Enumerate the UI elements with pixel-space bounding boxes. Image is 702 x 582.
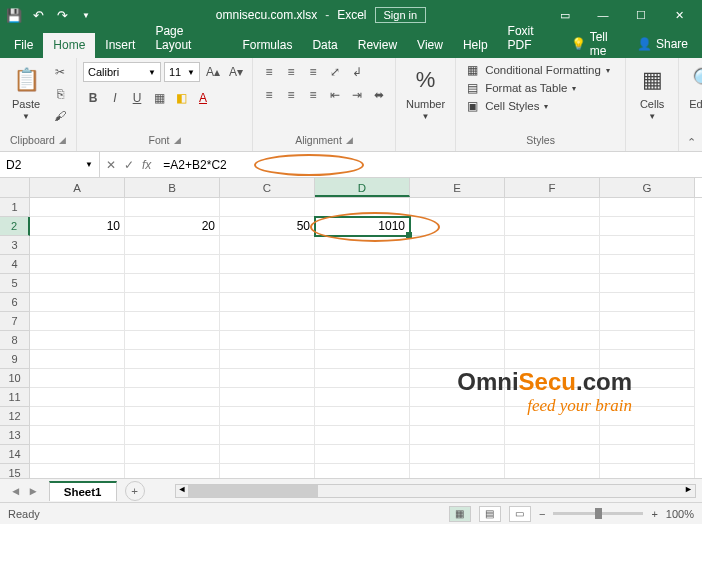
cell-C6[interactable] — [220, 293, 315, 312]
page-layout-view-icon[interactable]: ▤ — [479, 506, 501, 522]
cell-D5[interactable] — [315, 274, 410, 293]
cell-B3[interactable] — [125, 236, 220, 255]
font-dialog-icon[interactable]: ◢ — [174, 135, 181, 145]
cell-C2[interactable]: 50 — [220, 217, 315, 236]
cell-E6[interactable] — [410, 293, 505, 312]
sheet-prev-icon[interactable]: ◄ — [10, 485, 21, 497]
row-header-13[interactable]: 13 — [0, 426, 30, 445]
cell-B15[interactable] — [125, 464, 220, 478]
align-top-icon[interactable]: ≡ — [259, 62, 279, 82]
cell-D1[interactable] — [315, 198, 410, 217]
cell-D15[interactable] — [315, 464, 410, 478]
font-color-icon[interactable]: A — [193, 88, 213, 108]
tab-data[interactable]: Data — [302, 33, 347, 58]
sign-in-button[interactable]: Sign in — [375, 7, 427, 23]
underline-icon[interactable]: U — [127, 88, 147, 108]
cell-E9[interactable] — [410, 350, 505, 369]
cell-G9[interactable] — [600, 350, 695, 369]
italic-icon[interactable]: I — [105, 88, 125, 108]
merge-icon[interactable]: ⬌ — [369, 85, 389, 105]
cell-A10[interactable] — [30, 369, 125, 388]
row-header-6[interactable]: 6 — [0, 293, 30, 312]
cell-D12[interactable] — [315, 407, 410, 426]
scroll-right-icon[interactable]: ► — [684, 484, 693, 494]
cell-D3[interactable] — [315, 236, 410, 255]
cancel-formula-icon[interactable]: ✕ — [106, 158, 116, 172]
cell-D2[interactable]: 1010 — [315, 217, 410, 236]
maximize-icon[interactable]: ☐ — [624, 5, 658, 25]
cell-G1[interactable] — [600, 198, 695, 217]
row-header-3[interactable]: 3 — [0, 236, 30, 255]
zoom-in-icon[interactable]: + — [651, 508, 657, 520]
cut-icon[interactable]: ✂ — [50, 62, 70, 82]
cell-C1[interactable] — [220, 198, 315, 217]
cell-G2[interactable] — [600, 217, 695, 236]
accept-formula-icon[interactable]: ✓ — [124, 158, 134, 172]
cell-G8[interactable] — [600, 331, 695, 350]
cell-F1[interactable] — [505, 198, 600, 217]
cell-B9[interactable] — [125, 350, 220, 369]
cell-C7[interactable] — [220, 312, 315, 331]
cell-E15[interactable] — [410, 464, 505, 478]
collapse-ribbon-icon[interactable]: ⌃ — [687, 136, 696, 149]
cell-D14[interactable] — [315, 445, 410, 464]
col-header-F[interactable]: F — [505, 178, 600, 197]
cell-G4[interactable] — [600, 255, 695, 274]
cell-A14[interactable] — [30, 445, 125, 464]
minimize-icon[interactable]: — — [586, 5, 620, 25]
align-right-icon[interactable]: ≡ — [303, 85, 323, 105]
cell-B5[interactable] — [125, 274, 220, 293]
cell-B7[interactable] — [125, 312, 220, 331]
cell-A6[interactable] — [30, 293, 125, 312]
fill-color-icon[interactable]: ◧ — [171, 88, 191, 108]
cell-E4[interactable] — [410, 255, 505, 274]
cell-E11[interactable] — [410, 388, 505, 407]
cell-styles-button[interactable]: ▣Cell Styles▾ — [462, 98, 612, 114]
cell-B12[interactable] — [125, 407, 220, 426]
cell-E12[interactable] — [410, 407, 505, 426]
row-header-7[interactable]: 7 — [0, 312, 30, 331]
cell-D4[interactable] — [315, 255, 410, 274]
cell-B6[interactable] — [125, 293, 220, 312]
cell-D13[interactable] — [315, 426, 410, 445]
indent-left-icon[interactable]: ⇤ — [325, 85, 345, 105]
font-name-select[interactable]: Calibri▼ — [83, 62, 161, 82]
cell-C3[interactable] — [220, 236, 315, 255]
col-header-D[interactable]: D — [315, 178, 410, 197]
cell-F11[interactable] — [505, 388, 600, 407]
cell-F15[interactable] — [505, 464, 600, 478]
select-all-corner[interactable] — [0, 178, 30, 197]
cell-G3[interactable] — [600, 236, 695, 255]
bold-icon[interactable]: B — [83, 88, 103, 108]
cell-D6[interactable] — [315, 293, 410, 312]
cell-F6[interactable] — [505, 293, 600, 312]
cell-F14[interactable] — [505, 445, 600, 464]
format-painter-icon[interactable]: 🖌 — [50, 106, 70, 126]
cell-G12[interactable] — [600, 407, 695, 426]
col-header-A[interactable]: A — [30, 178, 125, 197]
row-header-10[interactable]: 10 — [0, 369, 30, 388]
cell-E2[interactable] — [410, 217, 505, 236]
cell-B10[interactable] — [125, 369, 220, 388]
cell-C12[interactable] — [220, 407, 315, 426]
insert-function-icon[interactable]: fx — [142, 158, 151, 172]
cell-E1[interactable] — [410, 198, 505, 217]
zoom-slider[interactable] — [553, 512, 643, 515]
cell-B4[interactable] — [125, 255, 220, 274]
cell-A15[interactable] — [30, 464, 125, 478]
name-box-input[interactable] — [6, 158, 66, 172]
align-middle-icon[interactable]: ≡ — [281, 62, 301, 82]
cell-A13[interactable] — [30, 426, 125, 445]
tab-foxit[interactable]: Foxit PDF — [498, 19, 571, 58]
name-box[interactable]: ▼ — [0, 152, 100, 177]
cell-B14[interactable] — [125, 445, 220, 464]
alignment-dialog-icon[interactable]: ◢ — [346, 135, 353, 145]
cell-B13[interactable] — [125, 426, 220, 445]
scroll-left-icon[interactable]: ◄ — [178, 484, 187, 494]
align-center-icon[interactable]: ≡ — [281, 85, 301, 105]
cell-D8[interactable] — [315, 331, 410, 350]
cell-F2[interactable] — [505, 217, 600, 236]
qat-dropdown-icon[interactable]: ▼ — [78, 7, 94, 23]
cell-F12[interactable] — [505, 407, 600, 426]
cell-F4[interactable] — [505, 255, 600, 274]
